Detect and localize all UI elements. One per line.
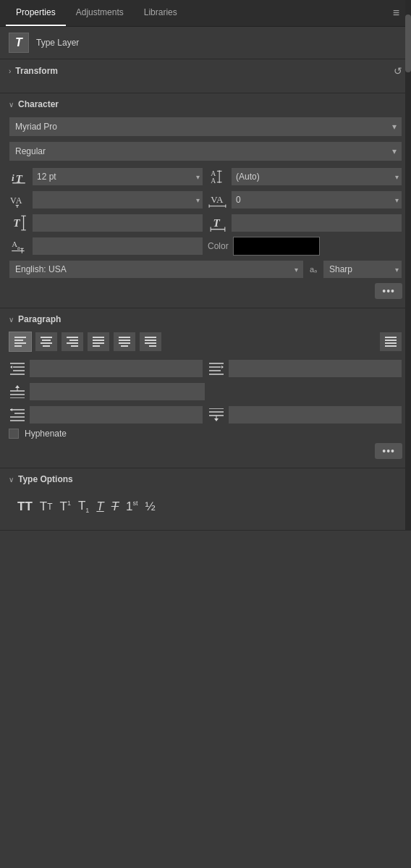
transform-reset-icon[interactable]: ↺ xyxy=(394,65,402,77)
type-options-header[interactable]: ∨ Type Options xyxy=(9,474,402,484)
baseline-shift-svg-icon: A a xyxy=(10,237,27,255)
leading-select[interactable]: (Auto) xyxy=(231,167,402,186)
tracking-field: VA 0 xyxy=(208,190,402,209)
svg-rect-30 xyxy=(14,340,23,341)
character-more-button[interactable]: ••• xyxy=(375,283,402,299)
tracking-icon: VA xyxy=(208,192,228,208)
color-field: Color xyxy=(208,237,402,256)
language-aa-row: English: USA aₐ Sharp xyxy=(9,260,402,279)
kerning-select-wrapper xyxy=(32,190,203,209)
character-chevron: ∨ xyxy=(9,101,14,109)
tab-bar: Properties Adjustments Libraries ≡ xyxy=(0,0,411,27)
svg-rect-49 xyxy=(145,337,156,338)
type-options-glyphs-row: TT TT T1 T1 T T 1st ½ xyxy=(9,492,402,521)
color-swatch[interactable] xyxy=(233,237,320,256)
vertical-scale-icon: T xyxy=(9,215,29,231)
align-center-button[interactable] xyxy=(35,332,58,352)
type-layer-label: Type Layer xyxy=(36,38,79,48)
font-size-icon: i T xyxy=(9,169,29,185)
ordinal-button[interactable]: 1st xyxy=(126,500,137,514)
justify-left-icon xyxy=(93,337,104,347)
align-center-icon xyxy=(41,337,52,347)
horizontal-scale-input[interactable]: 100% xyxy=(231,214,402,232)
svg-rect-54 xyxy=(385,340,397,341)
space-after-svg-icon xyxy=(209,408,224,421)
space-before-input[interactable]: 0 pt xyxy=(29,382,206,401)
svg-rect-34 xyxy=(42,340,51,341)
type-options-section: ∨ Type Options TT TT T1 T1 T T 1st ½ xyxy=(0,468,411,531)
justify-all-button[interactable] xyxy=(379,332,402,352)
indent-left-input[interactable]: 0 pt xyxy=(29,359,203,378)
subscript-button[interactable]: T1 xyxy=(78,499,89,514)
tab-properties[interactable]: Properties xyxy=(6,0,66,26)
anti-alias-select[interactable]: Sharp xyxy=(323,260,402,279)
type-options-chevron: ∨ xyxy=(9,476,14,484)
space-before-row: 0 pt xyxy=(9,382,402,401)
font-family-select[interactable]: Myriad Pro xyxy=(9,117,402,137)
paragraph-more-row: ••• xyxy=(9,443,402,459)
svg-rect-29 xyxy=(14,337,26,338)
svg-marker-66 xyxy=(221,366,224,368)
space-before-icon xyxy=(9,384,26,400)
align-left-icon xyxy=(14,337,26,347)
tab-libraries[interactable]: Libraries xyxy=(134,0,187,26)
justify-center-button[interactable] xyxy=(113,332,136,352)
panel-menu-icon[interactable]: ≡ xyxy=(387,1,405,25)
svg-rect-51 xyxy=(145,342,156,344)
font-family-wrapper: Myriad Pro xyxy=(9,117,402,137)
indent-right-field: 0 pt xyxy=(208,359,402,378)
hyphenate-checkbox[interactable] xyxy=(9,429,19,439)
language-select[interactable]: English: USA xyxy=(9,260,304,279)
font-size-svg-icon: i T xyxy=(11,169,27,185)
horizontal-scale-icon: T xyxy=(208,215,228,231)
paragraph-header[interactable]: ∨ Paragraph xyxy=(9,314,402,324)
svg-rect-40 xyxy=(71,345,78,347)
indent-right-svg-icon xyxy=(209,362,224,375)
font-size-select[interactable]: 12 pt xyxy=(32,167,203,186)
indent-first-input[interactable]: 0 pt xyxy=(29,405,203,424)
tab-adjustments[interactable]: Adjustments xyxy=(66,0,134,26)
svg-text:T: T xyxy=(213,216,220,229)
transform-section: › Transform ↺ xyxy=(0,59,411,93)
justify-right-icon xyxy=(145,337,156,347)
character-section: ∨ Character Myriad Pro Regular xyxy=(0,93,411,308)
baseline-shift-input[interactable]: 0 pt xyxy=(32,237,203,256)
transform-chevron: › xyxy=(9,67,11,75)
tracking-svg-icon: VA xyxy=(208,192,227,208)
svg-rect-50 xyxy=(145,340,156,341)
svg-rect-38 xyxy=(69,340,78,341)
svg-rect-56 xyxy=(385,345,397,347)
vertical-scale-input[interactable]: 100% xyxy=(32,214,203,232)
font-size-select-wrapper: 12 pt xyxy=(32,167,203,186)
strikethrough-button[interactable]: T xyxy=(111,500,119,514)
font-style-select[interactable]: Regular xyxy=(9,141,402,161)
transform-header[interactable]: › Transform ↺ xyxy=(9,65,402,77)
svg-rect-35 xyxy=(41,342,52,344)
svg-rect-45 xyxy=(119,337,130,338)
tracking-select[interactable]: 0 xyxy=(231,190,402,209)
superscript-button[interactable]: T1 xyxy=(60,500,71,514)
type-options-title: Type Options xyxy=(18,474,73,484)
underline-button[interactable]: T xyxy=(96,500,103,514)
small-caps-button[interactable]: TT xyxy=(40,500,53,514)
align-buttons-row xyxy=(9,332,402,352)
type-layer-icon: T xyxy=(9,33,29,53)
align-right-button[interactable] xyxy=(61,332,84,352)
all-caps-button[interactable]: TT xyxy=(17,500,33,514)
align-left-button[interactable] xyxy=(9,332,32,352)
character-header[interactable]: ∨ Character xyxy=(9,99,402,109)
indent-left-field: 0 pt xyxy=(9,359,203,378)
fraction-button[interactable]: ½ xyxy=(145,500,156,514)
justify-left-button[interactable] xyxy=(87,332,110,352)
kerning-select[interactable] xyxy=(32,190,203,209)
svg-rect-52 xyxy=(149,345,156,347)
horizontal-scale-field: T 100% xyxy=(208,214,402,232)
space-after-input[interactable]: 0 pt xyxy=(228,405,402,424)
justify-right-button[interactable] xyxy=(139,332,162,352)
paragraph-more-button[interactable]: ••• xyxy=(375,443,402,459)
svg-rect-39 xyxy=(67,342,78,344)
character-title: Character xyxy=(18,99,59,109)
color-label: Color xyxy=(208,241,229,251)
indent-right-input[interactable]: 0 pt xyxy=(228,359,402,378)
svg-rect-42 xyxy=(93,340,104,341)
